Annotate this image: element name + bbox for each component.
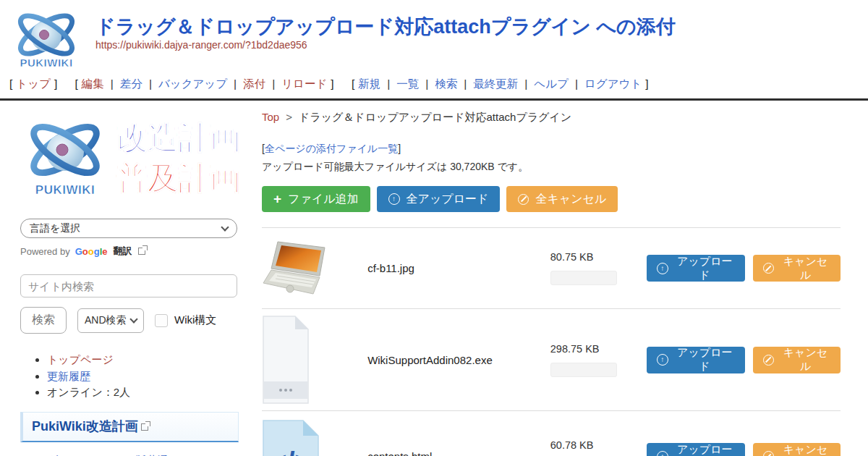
external-link-icon (138, 248, 145, 255)
file-name: contents.html (367, 450, 550, 456)
cancel-icon (763, 263, 774, 274)
sidebar-link[interactable]: オンライン：2人 (47, 386, 130, 398)
page-url-link[interactable]: https://pukiwiki.dajya-ranger.com/?1bd2d… (95, 39, 307, 51)
sidebar-link[interactable]: 更新履歴 (47, 370, 90, 382)
nav-item[interactable]: トップ (16, 77, 51, 90)
nav-item[interactable]: 一覧 (380, 77, 419, 90)
cancel-icon (518, 194, 529, 205)
sidebar-plugin-links: ダジャレンジャー版共通ファイルPukiWiki本体改造PukiWikiテキスト表… (35, 453, 246, 456)
file-row: </> WikiSupportAddin082.exe 298.75 KB アッ… (262, 308, 841, 410)
upload-label: アップロード (675, 443, 735, 456)
generic-file-icon (262, 315, 310, 405)
file-upload-list: </> cf-b11.jpg 80.75 KB アップロード キャンセル (262, 227, 841, 456)
cancel-icon (763, 355, 774, 366)
file-meta-cell: 80.75 KB (550, 251, 634, 285)
file-thumbnail-cell: </> (262, 315, 367, 405)
file-thumbnail-cell: </> (262, 239, 367, 298)
progress-bar (550, 363, 617, 377)
main-content: Top>ドラッグ＆ドロップアップロード対応attachプラグイン [全ページの添… (246, 101, 868, 456)
nav-item[interactable]: 最終更新 (457, 77, 518, 90)
nav-item[interactable]: リロード (265, 77, 327, 90)
sidebar-logo-line2: 普及計画 (116, 161, 240, 195)
search-button[interactable]: 検索 (20, 307, 67, 334)
nav-group-site: [新規一覧検索最終更新ヘルプログアウト] (348, 77, 652, 90)
nav-item[interactable]: 添付 (227, 77, 265, 90)
sidebar: PUKIWIKI 改造計画 普及計画 言語を選択 Powered by Goog… (0, 101, 246, 456)
language-select-value: 言語を選択 (30, 222, 80, 235)
cancel-button[interactable]: キャンセル (753, 255, 841, 282)
nav-group-top: [トップ] (6, 77, 61, 90)
sidebar-logo-line1: 改造計画 (116, 120, 240, 155)
bracket: ] (331, 77, 333, 90)
breadcrumb-home-link[interactable]: Top (262, 111, 279, 123)
page-header: PUKIWIKI ドラッグ＆ドロップアップロード対応attachプラグイン への… (0, 0, 868, 71)
file-row: </> cf-b11.jpg 80.75 KB アップロード キャンセル (262, 227, 841, 308)
upload-button[interactable]: アップロード (647, 255, 745, 282)
plus-icon (273, 192, 281, 206)
max-upload-size-text: アップロード可能最大ファイルサイズは 30,720KB です。 (262, 161, 841, 174)
file-meta-cell: 298.75 KB (550, 343, 634, 377)
sidebar-logo: PUKIWIKI 改造計画 普及計画 (20, 114, 240, 203)
nav-item[interactable]: 差分 (104, 77, 142, 90)
google-wordmark: Google (75, 246, 108, 257)
breadcrumb-current: ドラッグ＆ドロップアップロード対応attachプラグイン (299, 111, 571, 123)
powered-by-google: Powered by Google 翻訳 (20, 245, 246, 258)
page-title: ドラッグ＆ドロップアップロード対応attachプラグイン への添付 (95, 16, 676, 38)
search-mode-value: AND検索 (85, 314, 127, 327)
upload-label: アップロード (675, 255, 735, 282)
nav-item[interactable]: 編集 (82, 77, 104, 90)
breadcrumb: Top>ドラッグ＆ドロップアップロード対応attachプラグイン (262, 109, 841, 124)
nav-item[interactable]: ヘルプ (518, 77, 569, 90)
sidebar-link[interactable]: トップページ (47, 353, 114, 366)
cancel-button[interactable]: キャンセル (753, 443, 841, 456)
external-link-icon (141, 423, 148, 431)
list-item: ダジャレンジャー版共通ファイル (47, 453, 246, 456)
sidebar-link[interactable]: ダジャレンジャー版共通ファイル (47, 454, 213, 456)
search-controls: 検索 AND検索 Wiki構文 (20, 307, 246, 334)
progress-bar (550, 271, 617, 285)
list-item: オンライン：2人 (47, 385, 246, 400)
file-name: WikiSupportAddin082.exe (367, 354, 550, 366)
sidebar-section-title: PukiWiki改造計画 (32, 419, 138, 434)
upload-button[interactable]: アップロード (647, 347, 745, 373)
upload-icon (657, 263, 668, 274)
upload-button[interactable]: アップロード (647, 443, 745, 456)
cancel-button[interactable]: キャンセル (753, 347, 841, 373)
file-name: cf-b11.jpg (367, 262, 550, 274)
nav-item[interactable]: バックアップ (142, 77, 227, 90)
chevron-down-icon (221, 223, 229, 231)
add-file-button[interactable]: ファイル追加 (262, 186, 370, 212)
sidebar-logo-wordmark: PUKIWIKI (35, 183, 95, 197)
wiki-syntax-option: Wiki構文 (155, 313, 216, 327)
cancel-label: キャンセル (780, 346, 830, 373)
nav-group-page: [編集差分バックアップ添付リロード] (72, 77, 338, 90)
upload-all-button[interactable]: 全アップロード (377, 186, 501, 212)
svg-text:</>: </> (270, 447, 312, 456)
bracket: [ (9, 77, 12, 90)
upload-icon (657, 354, 668, 366)
cancel-all-label: 全キャンセル (535, 192, 606, 207)
search-mode-select[interactable]: AND検索 (77, 308, 144, 333)
bulk-actions: ファイル追加 全アップロード 全キャンセル (262, 186, 841, 212)
nav-item[interactable]: ログアウト (569, 77, 642, 90)
nav-item[interactable]: 検索 (419, 77, 457, 90)
attach-list-line: [全ページの添付ファイル一覧] (262, 143, 841, 156)
cancel-all-button[interactable]: 全キャンセル (506, 186, 618, 212)
upload-all-label: 全アップロード (407, 192, 489, 207)
laptop-photo-thumbnail (262, 239, 331, 298)
bracket: [ (75, 77, 78, 90)
file-actions: アップロード キャンセル (647, 443, 841, 456)
sidebar-section-header[interactable]: PukiWiki改造計画 (20, 412, 239, 442)
site-search-input[interactable] (20, 274, 237, 297)
all-attachments-link[interactable]: 全ページの添付ファイル一覧 (265, 143, 398, 154)
file-row: </> contents.html 60.78 KB アップロード キャンセル (262, 410, 841, 456)
sidebar-quick-links: トップページ更新履歴オンライン：2人 (35, 352, 246, 400)
upload-icon (657, 451, 668, 456)
file-size: 60.78 KB (550, 439, 634, 451)
wiki-syntax-checkbox[interactable] (155, 314, 168, 327)
bracket: ] (645, 77, 648, 90)
nav-item[interactable]: 新規 (358, 77, 380, 90)
translate-label: 翻訳 (114, 245, 132, 258)
file-thumbnail-cell: </> (262, 419, 367, 456)
language-select[interactable]: 言語を選択 (20, 219, 237, 238)
